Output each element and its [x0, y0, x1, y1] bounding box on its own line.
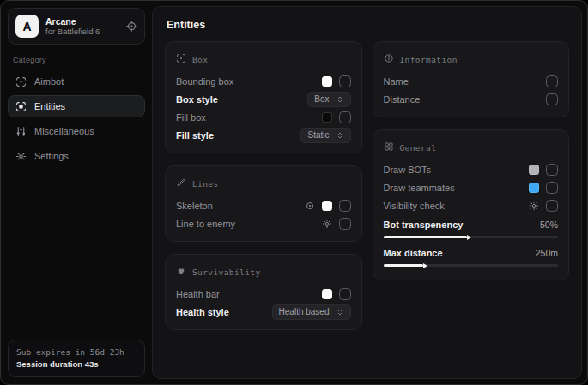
gear-icon[interactable]: [322, 219, 332, 229]
app-subtitle: for Battlefield 6: [45, 27, 119, 36]
card-information: InformationNameDistance: [373, 41, 570, 117]
sidebar-item-settings[interactable]: Settings: [8, 145, 145, 167]
slider-header: Max distance250m: [384, 245, 559, 260]
row-distance: Distance: [384, 90, 559, 108]
checkbox-fill-box[interactable]: [339, 111, 351, 123]
section-title: Survivability: [192, 268, 261, 277]
sliders-icon: [15, 126, 27, 137]
slider-thumb[interactable]: [467, 235, 471, 240]
dropdown-value: Health based: [279, 307, 330, 316]
row-controls: [546, 75, 558, 87]
row-controls: [322, 111, 351, 123]
section-title: Information: [400, 55, 458, 64]
row-controls: [305, 200, 351, 212]
card-columns: BoxBounding boxBox styleBoxFill boxFill …: [165, 41, 569, 330]
color-swatch[interactable]: [322, 112, 332, 123]
sidebar-item-label: Entities: [34, 101, 65, 111]
row-label: Bot transpenency: [384, 220, 464, 230]
row-visibility-check: Visibility check: [384, 196, 559, 214]
left-column: BoxBounding boxBox styleBoxFill boxFill …: [165, 41, 362, 330]
app-meta: Arcane for Battlefield 6: [45, 16, 119, 37]
row-controls: [529, 200, 558, 212]
sidebar-item-label: Aimbot: [34, 76, 64, 87]
row-controls: [529, 164, 558, 176]
row-health-bar: Health bar: [176, 285, 351, 303]
card-header: General: [384, 140, 559, 155]
row-label: Health style: [176, 307, 229, 317]
dropdown-health-style[interactable]: Health based: [272, 304, 351, 320]
dropdown-value: Static: [307, 130, 329, 140]
row-fill-box: Fill box: [176, 108, 351, 126]
sidebar-item-label: Miscellaneous: [34, 126, 94, 136]
sub-expiry-text: Sub expires in 56d 23h: [16, 346, 136, 358]
slider-header: Bot transpenency50%: [384, 217, 559, 232]
row-label: Name: [384, 76, 409, 87]
app-logo: A: [15, 15, 39, 38]
unfold-icon: [336, 95, 344, 104]
card-header: Lines: [176, 176, 351, 191]
row-controls: [322, 218, 351, 230]
row-controls: Health based: [272, 304, 351, 320]
row-label: Max distance: [384, 248, 443, 258]
checkbox-bounding-box[interactable]: [339, 75, 351, 87]
row-label: Visibility check: [384, 201, 445, 211]
color-swatch[interactable]: [529, 165, 539, 175]
row-label: Draw teammates: [384, 183, 455, 193]
slider-track[interactable]: [384, 264, 559, 267]
row-controls: [322, 288, 351, 300]
slider-thumb[interactable]: [423, 263, 427, 268]
sidebar: A Arcane for Battlefield 6 Category Aimb…: [1, 1, 152, 384]
slider-row-bot-transpenency: Bot transpenency50%: [384, 214, 559, 243]
dropdown-fill-style[interactable]: Static: [300, 128, 350, 143]
scan-icon: [15, 101, 27, 112]
crosshair-icon: [176, 51, 186, 67]
row-line-to-enemy: Line to enemy: [176, 214, 351, 232]
row-label: Fill style: [176, 130, 214, 141]
checkbox-line-to-enemy[interactable]: [339, 218, 351, 230]
eye-icon[interactable]: [305, 201, 315, 211]
row-label: Box style: [176, 94, 218, 105]
card-box: BoxBounding boxBox styleBoxFill boxFill …: [165, 41, 362, 153]
checkbox-draw-teammates[interactable]: [546, 182, 558, 194]
row-box-style: Box styleBox: [176, 90, 351, 108]
category-label: Category: [13, 56, 140, 64]
slider-fill: [384, 236, 468, 238]
slider-row-max-distance: Max distance250m: [384, 243, 559, 271]
row-label: Health bar: [176, 289, 220, 299]
row-controls: [529, 182, 558, 194]
sidebar-item-miscellaneous[interactable]: Miscellaneous: [8, 120, 145, 142]
row-label: Fill box: [176, 112, 206, 123]
section-title: General: [400, 143, 437, 153]
row-controls: [546, 93, 558, 105]
checkbox-visibility-check[interactable]: [546, 200, 558, 212]
dropdown-box-style[interactable]: Box: [307, 92, 350, 107]
color-swatch[interactable]: [322, 289, 332, 299]
main-panel: Entities BoxBounding boxBox styleBoxFill…: [152, 6, 582, 379]
row-health-style: Health styleHealth based: [176, 303, 351, 321]
checkbox-name[interactable]: [546, 75, 558, 87]
checkbox-distance[interactable]: [546, 93, 558, 105]
gear-icon[interactable]: [529, 201, 539, 211]
checkbox-draw-bots[interactable]: [546, 164, 558, 176]
card-header: Box: [176, 51, 351, 67]
row-label: Skeleton: [176, 201, 213, 211]
checkbox-health-bar[interactable]: [339, 288, 351, 300]
grid-icon: [384, 140, 394, 155]
card-header: Information: [384, 51, 559, 67]
slider-value: 50%: [540, 220, 558, 230]
target-icon[interactable]: [126, 21, 137, 32]
sidebar-item-aimbot[interactable]: Aimbot: [8, 70, 145, 93]
info-icon: [384, 51, 394, 67]
card-general: GeneralDraw BOTsDraw teammatesVisibility…: [373, 129, 570, 280]
color-swatch[interactable]: [529, 183, 539, 193]
sidebar-item-entities[interactable]: Entities: [8, 95, 145, 117]
heart-icon: [176, 264, 186, 280]
color-swatch[interactable]: [322, 76, 332, 87]
dropdown-value: Box: [314, 94, 329, 104]
gear-icon: [15, 151, 27, 162]
color-swatch[interactable]: [322, 201, 332, 211]
row-bounding-box: Bounding box: [176, 72, 351, 90]
checkbox-skeleton[interactable]: [339, 200, 351, 212]
row-draw-teammates: Draw teammates: [384, 178, 559, 196]
slider-track[interactable]: [384, 236, 559, 238]
